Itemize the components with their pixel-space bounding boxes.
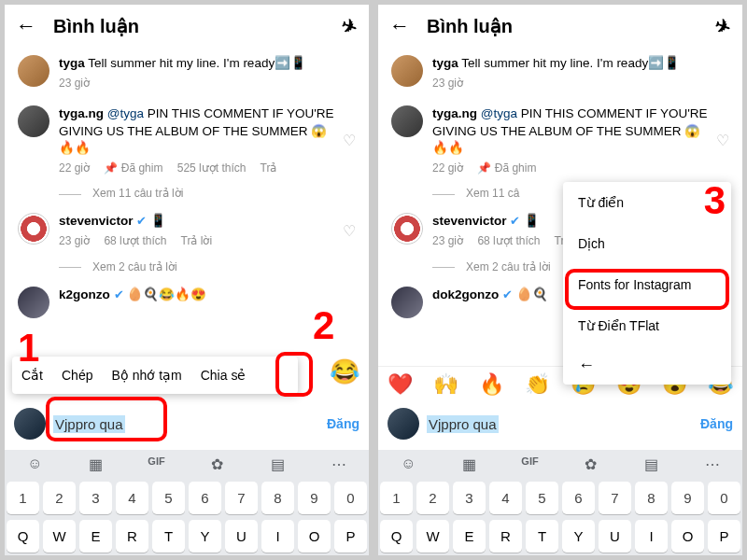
key-T[interactable]: T — [152, 520, 185, 553]
key-3[interactable]: 3 — [79, 482, 112, 514]
send-icon[interactable]: ✈ — [338, 13, 360, 39]
kbd-sticker-icon[interactable]: ▦ — [444, 455, 495, 473]
key-U[interactable]: U — [599, 520, 631, 553]
key-4[interactable]: 4 — [116, 482, 148, 514]
key-I[interactable]: I — [635, 520, 668, 553]
reply-button[interactable]: Trả lời — [181, 234, 213, 247]
key-O[interactable]: O — [298, 520, 331, 553]
kbd-clipboard-icon[interactable]: ▤ — [252, 455, 303, 473]
key-4[interactable]: 4 — [489, 482, 522, 514]
key-E[interactable]: E — [453, 520, 486, 553]
username[interactable]: stevenvictor — [432, 214, 507, 228]
key-8[interactable]: 8 — [635, 482, 668, 514]
kbd-settings-icon[interactable]: ✿ — [191, 455, 243, 473]
avatar[interactable] — [391, 287, 423, 318]
key-9[interactable]: 9 — [298, 482, 331, 514]
key-Y[interactable]: Y — [562, 520, 595, 553]
kbd-clipboard-icon[interactable]: ▤ — [626, 455, 677, 473]
key-P[interactable]: P — [708, 520, 740, 553]
kbd-more-icon[interactable]: ⋯ — [313, 455, 364, 473]
username[interactable]: tyga.ng — [432, 106, 477, 120]
avatar[interactable] — [391, 105, 423, 137]
key-U[interactable]: U — [225, 520, 258, 553]
key-9[interactable]: 9 — [671, 482, 704, 514]
username[interactable]: dok2gonzo — [432, 287, 499, 301]
post-button[interactable]: Đăng — [700, 416, 733, 431]
username[interactable]: k2gonzo — [59, 287, 110, 301]
like-count[interactable]: 68 lượt thích — [477, 234, 540, 247]
key-Q[interactable]: Q — [380, 520, 413, 553]
quick-emoji[interactable]: 🙌 — [433, 372, 458, 397]
back-icon[interactable]: ← — [16, 14, 36, 38]
menu-tflat[interactable]: Từ Điển TFlat — [563, 305, 731, 346]
key-W[interactable]: W — [416, 520, 449, 553]
key-1[interactable]: 1 — [380, 482, 413, 514]
avatar[interactable] — [18, 287, 49, 318]
key-2[interactable]: 2 — [43, 482, 76, 514]
username[interactable]: tyga.ng — [59, 106, 104, 120]
quick-emoji[interactable]: ❤️ — [388, 372, 413, 397]
kbd-emoji-icon[interactable]: ☺ — [383, 455, 434, 473]
reply-button[interactable]: Trả — [261, 161, 277, 175]
key-3[interactable]: 3 — [453, 482, 486, 514]
key-6[interactable]: 6 — [562, 482, 595, 514]
selected-text[interactable]: Vjppro qua — [427, 415, 499, 433]
mention[interactable]: @tyga — [107, 106, 144, 120]
key-R[interactable]: R — [489, 520, 522, 553]
emoji-laugh[interactable]: 😂 — [330, 357, 359, 386]
heart-icon[interactable]: ♡ — [716, 132, 729, 149]
key-E[interactable]: E — [79, 520, 112, 553]
avatar[interactable] — [18, 105, 49, 137]
like-count[interactable]: 525 lượt thích — [177, 161, 247, 175]
menu-translate[interactable]: Dịch — [563, 223, 731, 264]
avatar[interactable] — [391, 55, 423, 87]
kbd-emoji-icon[interactable]: ☺ — [9, 455, 61, 473]
heart-icon[interactable]: ♡ — [343, 132, 356, 149]
key-5[interactable]: 5 — [526, 482, 558, 514]
key-O[interactable]: O — [671, 520, 704, 553]
kbd-settings-icon[interactable]: ✿ — [565, 455, 616, 473]
key-R[interactable]: R — [116, 520, 148, 553]
key-8[interactable]: 8 — [261, 482, 294, 514]
view-replies[interactable]: Xem 2 câu trả lời — [59, 260, 369, 273]
key-I[interactable]: I — [261, 520, 294, 553]
key-P[interactable]: P — [334, 520, 367, 553]
send-icon[interactable]: ✈ — [712, 13, 734, 39]
avatar[interactable] — [391, 213, 423, 245]
key-1[interactable]: 1 — [7, 482, 39, 514]
view-replies[interactable]: Xem 11 câu trả lời — [59, 187, 369, 200]
key-0[interactable]: 0 — [334, 482, 367, 514]
avatar[interactable] — [18, 213, 49, 245]
mention[interactable]: @tyga — [481, 106, 517, 120]
avatar[interactable] — [18, 55, 49, 87]
view-replies[interactable]: Xem 11 câ — [432, 187, 572, 200]
key-7[interactable]: 7 — [225, 482, 258, 514]
heart-icon[interactable]: ♡ — [343, 222, 356, 240]
quick-emoji[interactable]: 🔥 — [479, 372, 504, 397]
ctx-share[interactable]: Chia sẻ — [191, 357, 256, 394]
username[interactable]: tyga — [59, 56, 85, 70]
comment-input[interactable]: Vjppro qua — [427, 415, 693, 433]
ctx-copy[interactable]: Chép — [52, 357, 102, 394]
back-icon[interactable]: ← — [389, 14, 410, 38]
username[interactable]: tyga — [432, 56, 458, 70]
kbd-gif-icon[interactable]: GIF — [504, 455, 556, 473]
key-0[interactable]: 0 — [708, 482, 740, 514]
key-2[interactable]: 2 — [416, 482, 449, 514]
post-button[interactable]: Đăng — [327, 416, 359, 431]
key-7[interactable]: 7 — [599, 482, 631, 514]
like-count[interactable]: 68 lượt thích — [104, 234, 166, 247]
key-Y[interactable]: Y — [189, 520, 221, 553]
key-6[interactable]: 6 — [189, 482, 221, 514]
quick-emoji[interactable]: 👏 — [525, 372, 550, 397]
key-5[interactable]: 5 — [152, 482, 185, 514]
kbd-more-icon[interactable]: ⋯ — [686, 455, 738, 473]
ctx-clipboard[interactable]: Bộ nhớ tạm — [102, 357, 190, 394]
kbd-gif-icon[interactable]: GIF — [131, 455, 182, 473]
key-W[interactable]: W — [43, 520, 76, 553]
kbd-sticker-icon[interactable]: ▦ — [70, 455, 121, 473]
key-T[interactable]: T — [526, 520, 558, 553]
key-Q[interactable]: Q — [7, 520, 39, 553]
username[interactable]: stevenvictor — [59, 214, 134, 228]
menu-back-icon[interactable]: ← — [563, 346, 731, 385]
